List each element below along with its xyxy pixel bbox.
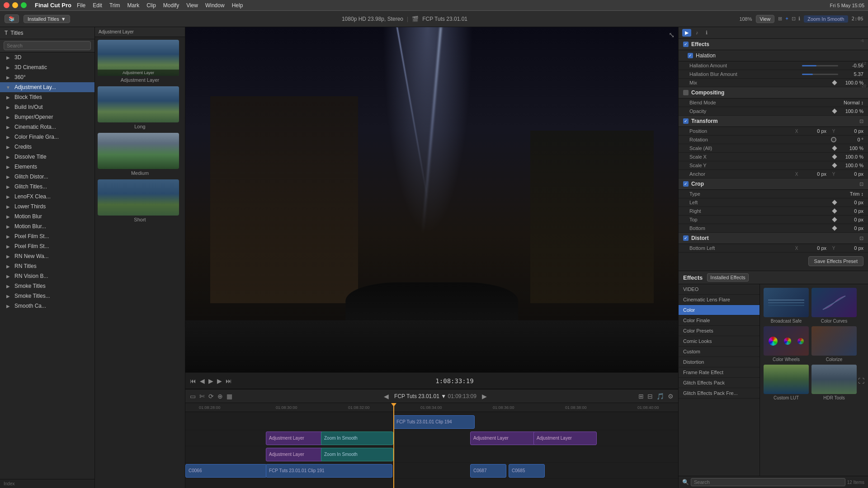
compositing-checkbox[interactable]: [683, 90, 689, 95]
mix-diamond[interactable]: [832, 80, 837, 85]
play-forward-btn[interactable]: ⏭: [226, 377, 232, 385]
sidebar-item-elements[interactable]: ▶Elements: [0, 162, 94, 172]
close-button[interactable]: [4, 2, 9, 8]
sidebar-item-build[interactable]: ▶Build In/Out: [0, 102, 94, 112]
menu-file[interactable]: File: [77, 2, 85, 9]
menu-trim[interactable]: Trim: [109, 2, 120, 9]
effect-broadcast-safe[interactable]: Broadcast Safe: [764, 288, 809, 324]
sidebar-item-rn-vision[interactable]: ▶RN Vision B...: [0, 271, 94, 281]
sidebar-item-rn-titles[interactable]: ▶RN Titles: [0, 261, 94, 271]
effect-color-curves[interactable]: Color Curves: [811, 288, 857, 324]
transform-icon[interactable]: ⊞: [778, 16, 782, 22]
fullscreen-preview-btn[interactable]: ⛶: [858, 377, 864, 385]
sidebar-item-cinematic[interactable]: ▶Cinematic Rota...: [0, 122, 94, 132]
distort-header[interactable]: ✓ Distort ⊡: [679, 233, 868, 244]
thumbnail-adjustment[interactable]: Adjustment Layer Adjustment Layer: [98, 40, 182, 83]
crop-right-diamond[interactable]: [832, 208, 837, 213]
sidebar-item-lenofx[interactable]: ▶LenoFX Clea...: [0, 192, 94, 202]
clip-c0685[interactable]: C0685: [509, 464, 545, 478]
clip-194[interactable]: FCP Tuts 23.01.01 Clip 194: [393, 415, 475, 429]
effects-section-header[interactable]: ✓ Effects: [679, 39, 868, 50]
tab-info[interactable]: ℹ: [703, 29, 710, 37]
sidebar-item-motion-blur2[interactable]: ▶Motion Blur...: [0, 221, 94, 231]
installed-effects-dropdown[interactable]: Installed Effects: [707, 273, 748, 282]
menu-view[interactable]: View: [186, 2, 198, 9]
timeline-prev-btn[interactable]: ◀: [384, 393, 389, 400]
distort-expand-icon[interactable]: ⊡: [859, 235, 863, 241]
compositing-header[interactable]: Compositing: [679, 87, 868, 99]
category-distortion[interactable]: Distortion: [679, 357, 760, 367]
effects-search-input[interactable]: [691, 478, 845, 486]
menu-clip[interactable]: Clip: [146, 2, 156, 9]
clip-c0687[interactable]: C0687: [470, 464, 506, 478]
timeline-zoom-out[interactable]: ⊟: [647, 393, 653, 400]
installed-titles-btn[interactable]: Installed Titles ▼: [24, 15, 70, 23]
effects-icon[interactable]: ✦: [785, 16, 789, 22]
timeline-tool-2[interactable]: ✄: [199, 393, 205, 400]
transform-expand-icon[interactable]: ⊡: [859, 118, 863, 124]
tab-video[interactable]: ▶: [682, 29, 691, 37]
clip-adj-3[interactable]: Adjustment Layer: [533, 432, 597, 445]
timeline-settings[interactable]: ⚙: [668, 393, 674, 400]
sidebar-item-3d-cinematic[interactable]: ▶3D Cinematic: [0, 62, 94, 72]
crop-left-diamond[interactable]: [832, 200, 837, 205]
effect-hdr-tools[interactable]: HDR Tools: [811, 365, 857, 400]
menu-mark[interactable]: Mark: [127, 2, 139, 9]
scale-all-diamond[interactable]: [832, 145, 837, 150]
category-lens-flare[interactable]: Cinematic Lens Flare: [679, 295, 760, 305]
sidebar-item-motion-blur[interactable]: ▶Motion Blur: [0, 211, 94, 221]
playhead[interactable]: [393, 403, 394, 488]
sidebar-item-adjustment[interactable]: ▼Adjustment Lay...: [0, 82, 94, 92]
tab-audio[interactable]: ♪: [693, 29, 701, 37]
thumbnail-long[interactable]: Long: [98, 86, 182, 129]
expand-icon[interactable]: ⤡: [669, 31, 675, 39]
crop-icon[interactable]: ⊡: [792, 16, 796, 22]
effect-color-wheels[interactable]: Color Wheels: [764, 326, 809, 362]
menu-help[interactable]: Help: [232, 2, 243, 9]
view-btn[interactable]: View: [756, 15, 775, 23]
sidebar-item-smooth[interactable]: ▶Smooth Ca...: [0, 301, 94, 311]
timeline-tool-1[interactable]: ▭: [190, 393, 196, 400]
sidebar-item-pixel-film2[interactable]: ▶Pixel Film St...: [0, 241, 94, 251]
sidebar-item-lower-thirds[interactable]: ▶Lower Thirds: [0, 202, 94, 211]
distort-checkbox[interactable]: ✓: [683, 235, 689, 241]
menu-modify[interactable]: Modify: [163, 2, 179, 9]
rotation-dial[interactable]: [831, 137, 836, 142]
category-comic-looks[interactable]: Comic Looks: [679, 336, 760, 347]
category-video[interactable]: VIDEO: [679, 284, 760, 295]
clip-zoom-1[interactable]: Zoom In Smooth: [321, 432, 393, 445]
opacity-diamond[interactable]: [832, 108, 837, 113]
play-btn[interactable]: ▶: [208, 377, 213, 385]
halation-checkbox[interactable]: ✓: [688, 53, 693, 58]
sidebar-item-3d[interactable]: ▶3D: [0, 52, 94, 62]
clip-191[interactable]: FCP Tuts 23.01.01 Clip 191: [266, 464, 392, 478]
category-color[interactable]: Color: [679, 305, 760, 315]
menu-edit[interactable]: Edit: [93, 2, 102, 9]
sidebar-item-bumper[interactable]: ▶Bumper/Opener: [0, 112, 94, 122]
info-icon[interactable]: ℹ: [798, 16, 800, 22]
category-color-presets[interactable]: Color Presets: [679, 326, 760, 336]
timeline-tool-3[interactable]: ⟳: [208, 393, 214, 400]
scale-y-diamond[interactable]: [832, 163, 837, 168]
menu-items[interactable]: File Edit Trim Mark Clip Modify View Win…: [77, 2, 243, 9]
category-glitch-free[interactable]: Glitch Effects Pack Fre...: [679, 388, 760, 399]
sidebar-item-pixel-film[interactable]: ▶Pixel Film St...: [0, 231, 94, 241]
clip-c0066[interactable]: C0066: [185, 464, 267, 478]
sidebar-item-360[interactable]: ▶360°: [0, 72, 94, 82]
hallation-amount-slider[interactable]: [802, 65, 838, 66]
sidebar-item-color-finale[interactable]: ▶Color Finale Gra...: [0, 132, 94, 142]
sidebar-item-block-titles[interactable]: ▶Block Titles: [0, 92, 94, 102]
clip-adj-2[interactable]: Adjustment Layer: [470, 432, 536, 445]
search-input[interactable]: [4, 41, 91, 50]
effect-colorize[interactable]: Colorize: [811, 326, 857, 362]
sidebar-item-glitch-dist[interactable]: ▶Glitch Distor...: [0, 172, 94, 182]
timeline-tool-5[interactable]: ▦: [226, 393, 232, 400]
effect-custom-lut[interactable]: Custom LUT: [764, 365, 809, 400]
menu-window[interactable]: Window: [205, 2, 225, 9]
category-frame-rate[interactable]: Frame Rate Effect: [679, 367, 760, 378]
thumbnail-medium[interactable]: Medium: [98, 133, 182, 176]
hallation-blur-slider[interactable]: [802, 74, 838, 75]
category-custom[interactable]: Custom: [679, 347, 760, 357]
halation-header[interactable]: ✓ Halation: [679, 50, 868, 61]
sidebar-item-credits[interactable]: ▶Credits: [0, 142, 94, 152]
